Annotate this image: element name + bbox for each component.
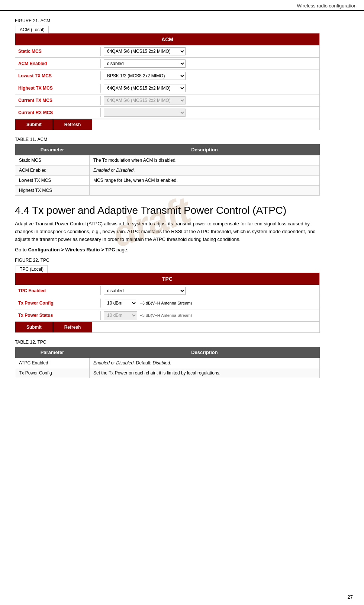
table11-param-4: Highest TX MCS — [15, 186, 90, 196]
table12: Parameter Description ATPC Enabled Enabl… — [15, 347, 320, 378]
tpc-tx-power-config-extra: +3 dB(V+H Antenna Stream) — [140, 301, 192, 305]
acm-select-lowest-tx-mcs[interactable]: BPSK 1/2 (MCS8 2x2 MIMO) — [104, 72, 186, 80]
acm-row-highest-tx-mcs: Highest TX MCS 64QAM 5/6 (MCS15 2x2 MIMO… — [15, 82, 319, 94]
acm-value-highest-tx-mcs: 64QAM 5/6 (MCS15 2x2 MIMO) — [101, 82, 319, 94]
acm-label-static-mcs: Static MCS — [15, 47, 101, 56]
acm-label-acm-enabled: ACM Enabled — [15, 59, 101, 68]
acm-row-acm-enabled: ACM Enabled disabled enabled — [15, 58, 319, 70]
section44-heading: 4.4 Tx power and Adaptive Transmit Power… — [15, 205, 349, 216]
acm-label-current-rx-mcs: Current RX MCS — [15, 108, 101, 117]
table12-param-1: ATPC Enabled — [15, 358, 90, 368]
section44-body: Adaptive Transmit Power Control (ATPC) a… — [15, 220, 327, 243]
tpc-value-tx-power-config: 10 dBm +3 dB(V+H Antenna Stream) — [101, 297, 319, 309]
acm-row-current-tx-mcs: Current TX MCS 64QAM 5/6 (MCS15 2x2 MIMO… — [15, 94, 319, 107]
tpc-panel-header: TPC — [15, 273, 319, 285]
table11-desc-3: MCS range for Lite, when ACM is enabled. — [90, 176, 320, 186]
tpc-row-tx-power-config: Tx Power Config 10 dBm +3 dB(V+H Antenna… — [15, 297, 319, 309]
table11-param-2: ACM Enabled — [15, 165, 90, 176]
tpc-value-enabled: disabled enabled — [101, 285, 319, 297]
acm-value-lowest-tx-mcs: BPSK 1/2 (MCS8 2x2 MIMO) — [101, 70, 319, 82]
figure22-label: FIGURE 22. TPC — [15, 258, 349, 263]
header-title: Wireless radio configuration — [297, 3, 357, 9]
section44-goto: Go to Configuration > Wireless Radio > T… — [15, 247, 349, 252]
table-row: ATPC Enabled Enabled or Disabled. Defaul… — [15, 358, 320, 368]
table11-desc-4 — [90, 186, 320, 196]
table11-param-3: Lowest TX MCS — [15, 176, 90, 186]
tpc-buttons: Submit Refresh — [15, 322, 319, 332]
acm-row-lowest-tx-mcs: Lowest TX MCS BPSK 1/2 (MCS8 2x2 MIMO) — [15, 70, 319, 82]
table-row: Static MCS The Tx modulation when ACM is… — [15, 155, 320, 165]
table12-col-param: Parameter — [15, 347, 90, 358]
figure21-label: FIGURE 21. ACM — [15, 18, 349, 23]
table-row: Tx Power Config Set the Tx Power on each… — [15, 368, 320, 378]
tpc-refresh-button[interactable]: Refresh — [53, 322, 92, 332]
acm-buttons: Submit Refresh — [15, 119, 319, 130]
tpc-row-tx-power-status: Tx Power Status 10 dBm +3 dB(V+H Antenna… — [15, 309, 319, 322]
table11: Parameter Description Static MCS The Tx … — [15, 144, 320, 196]
page-number: 27 — [348, 594, 353, 600]
tpc-panel-container: TPC (Local) TPC TPC Enabled disabled ena… — [15, 265, 349, 333]
table12-param-2: Tx Power Config — [15, 368, 90, 378]
tpc-tab-row: TPC (Local) — [15, 265, 349, 273]
acm-value-static-mcs: 64QAM 5/6 (MCS15 2x2 MIMO) — [101, 45, 319, 57]
acm-value-current-rx-mcs — [101, 107, 319, 119]
table11-desc-1: The Tx modulation when ACM is disabled. — [90, 155, 320, 165]
acm-panel-header: ACM — [15, 33, 319, 45]
acm-label-lowest-tx-mcs: Lowest TX MCS — [15, 71, 101, 80]
acm-select-acm-enabled[interactable]: disabled enabled — [104, 59, 186, 68]
tpc-value-tx-power-status: 10 dBm +3 dB(V+H Antenna Stream) — [101, 309, 319, 321]
acm-value-acm-enabled: disabled enabled — [101, 58, 319, 70]
tpc-submit-button[interactable]: Submit — [15, 322, 53, 332]
tpc-tab[interactable]: TPC (Local) — [16, 265, 48, 273]
page-header: Wireless radio configuration — [0, 0, 364, 11]
tpc-select-tx-power-config[interactable]: 10 dBm — [104, 299, 137, 307]
acm-select-static-mcs[interactable]: 64QAM 5/6 (MCS15 2x2 MIMO) — [104, 47, 186, 55]
tpc-select-enabled[interactable]: disabled enabled — [104, 287, 186, 295]
table11-label: TABLE 11. ACM — [15, 137, 349, 142]
acm-refresh-button[interactable]: Refresh — [53, 119, 92, 130]
acm-tab-row: ACM (Local) — [15, 26, 349, 33]
table11-col-param: Parameter — [15, 144, 90, 155]
tpc-select-tx-power-status: 10 dBm — [104, 311, 137, 319]
acm-submit-button[interactable]: Submit — [15, 119, 53, 130]
acm-label-highest-tx-mcs: Highest TX MCS — [15, 84, 101, 93]
table11-param-1: Static MCS — [15, 155, 90, 165]
tpc-label-enabled: TPC Enabled — [15, 286, 101, 295]
acm-row-static-mcs: Static MCS 64QAM 5/6 (MCS15 2x2 MIMO) — [15, 45, 319, 58]
table11-desc-2: Enabled or Disabled. — [90, 165, 320, 176]
acm-select-highest-tx-mcs[interactable]: 64QAM 5/6 (MCS15 2x2 MIMO) — [104, 84, 186, 92]
table-row: ACM Enabled Enabled or Disabled. — [15, 165, 320, 176]
table-row: Highest TX MCS — [15, 186, 320, 196]
table11-col-desc: Description — [90, 144, 320, 155]
acm-panel: ACM Static MCS 64QAM 5/6 (MCS15 2x2 MIMO… — [15, 33, 320, 130]
acm-value-current-tx-mcs: 64QAM 5/6 (MCS15 2x2 MIMO) — [101, 94, 319, 106]
tpc-row-enabled: TPC Enabled disabled enabled — [15, 285, 319, 297]
tpc-panel: TPC TPC Enabled disabled enabled Tx Powe… — [15, 273, 320, 333]
acm-select-current-rx-mcs — [104, 109, 186, 117]
table-row: Lowest TX MCS MCS range for Lite, when A… — [15, 176, 320, 186]
table12-label: TABLE 12. TPC — [15, 339, 349, 345]
acm-label-current-tx-mcs: Current TX MCS — [15, 96, 101, 105]
table12-desc-1: Enabled or Disabled. Default: Disabled. — [90, 358, 320, 368]
acm-select-current-tx-mcs: 64QAM 5/6 (MCS15 2x2 MIMO) — [104, 96, 186, 104]
table12-col-desc: Description — [90, 347, 320, 358]
acm-panel-container: ACM (Local) ACM Static MCS 64QAM 5/6 (MC… — [15, 26, 349, 130]
tpc-tx-power-status-extra: +3 dB(V+H Antenna Stream) — [140, 313, 192, 318]
tpc-label-tx-power-config: Tx Power Config — [15, 299, 101, 308]
table12-desc-2: Set the Tx Power on each chain, it is li… — [90, 368, 320, 378]
tpc-label-tx-power-status: Tx Power Status — [15, 311, 101, 320]
acm-row-current-rx-mcs: Current RX MCS — [15, 107, 319, 119]
acm-tab[interactable]: ACM (Local) — [16, 26, 49, 33]
